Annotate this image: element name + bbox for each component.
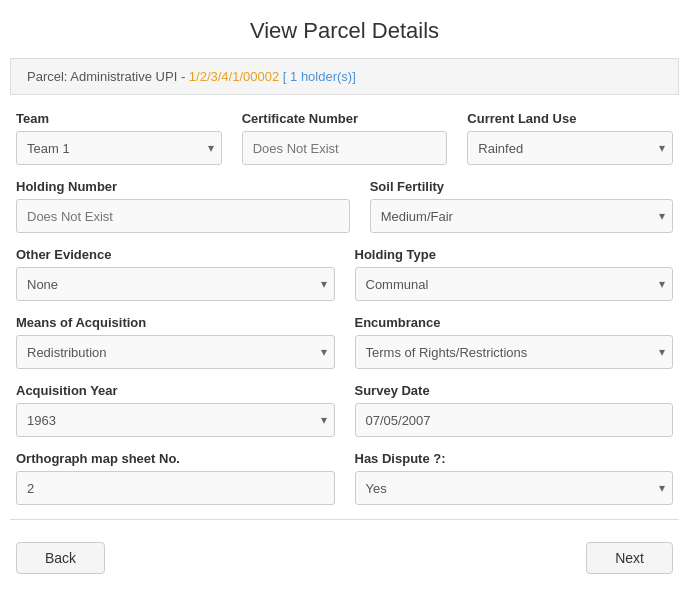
- current-land-use-select[interactable]: Rainfed Irrigated Other: [467, 131, 673, 165]
- team-select-wrapper: Team 1 Team 2 Team 3: [16, 131, 222, 165]
- soil-fertility-group: Soil Fertility Medium/Fair Good Poor: [370, 179, 673, 233]
- orthograph-input[interactable]: [16, 471, 335, 505]
- parcel-info-bar: Parcel: Administrative UPI - 1/2/3/4/1/0…: [10, 58, 679, 95]
- soil-fertility-select[interactable]: Medium/Fair Good Poor: [370, 199, 673, 233]
- page-title: View Parcel Details: [0, 0, 689, 58]
- means-of-acquisition-wrapper: Redistribution Purchase Inheritance: [16, 335, 335, 369]
- current-land-use-group: Current Land Use Rainfed Irrigated Other: [467, 111, 673, 165]
- next-button[interactable]: Next: [586, 542, 673, 574]
- parcel-prefix: Parcel: Administrative UPI -: [27, 69, 189, 84]
- soil-fertility-wrapper: Medium/Fair Good Poor: [370, 199, 673, 233]
- encumbrance-select[interactable]: Terms of Rights/Restrictions None Mortga…: [355, 335, 674, 369]
- survey-date-label: Survey Date: [355, 383, 674, 398]
- holding-type-wrapper: Communal Private State: [355, 267, 674, 301]
- form-row-4: Means of Acquisition Redistribution Purc…: [16, 315, 673, 369]
- form-row-6: Orthograph map sheet No. Has Dispute ?: …: [16, 451, 673, 505]
- means-of-acquisition-select[interactable]: Redistribution Purchase Inheritance: [16, 335, 335, 369]
- holding-number-group: Holding Number: [16, 179, 350, 233]
- certificate-number-label: Certificate Number: [242, 111, 448, 126]
- holding-type-label: Holding Type: [355, 247, 674, 262]
- footer-divider: [10, 519, 679, 520]
- acquisition-year-wrapper: 1963 1964 1965: [16, 403, 335, 437]
- footer-bar: Back Next: [0, 528, 689, 584]
- form-row-5: Acquisition Year 1963 1964 1965 Survey D…: [16, 383, 673, 437]
- parcel-upi: 1/2/3/4/1/00002: [189, 69, 279, 84]
- form-row-3: Other Evidence None Yes Holding Type Com…: [16, 247, 673, 301]
- holding-type-select[interactable]: Communal Private State: [355, 267, 674, 301]
- back-button[interactable]: Back: [16, 542, 105, 574]
- other-evidence-select[interactable]: None Yes: [16, 267, 335, 301]
- current-land-use-label: Current Land Use: [467, 111, 673, 126]
- current-land-use-wrapper: Rainfed Irrigated Other: [467, 131, 673, 165]
- encumbrance-group: Encumbrance Terms of Rights/Restrictions…: [355, 315, 674, 369]
- holding-number-input[interactable]: [16, 199, 350, 233]
- holding-number-label: Holding Number: [16, 179, 350, 194]
- means-of-acquisition-group: Means of Acquisition Redistribution Purc…: [16, 315, 335, 369]
- certificate-number-group: Certificate Number: [242, 111, 448, 165]
- soil-fertility-label: Soil Fertility: [370, 179, 673, 194]
- survey-date-group: Survey Date: [355, 383, 674, 437]
- encumbrance-wrapper: Terms of Rights/Restrictions None Mortga…: [355, 335, 674, 369]
- team-group: Team Team 1 Team 2 Team 3: [16, 111, 222, 165]
- team-label: Team: [16, 111, 222, 126]
- form-row-2: Holding Number Soil Fertility Medium/Fai…: [16, 179, 673, 233]
- acquisition-year-label: Acquisition Year: [16, 383, 335, 398]
- has-dispute-group: Has Dispute ?: Yes No: [355, 451, 674, 505]
- certificate-number-input[interactable]: [242, 131, 448, 165]
- orthograph-group: Orthograph map sheet No.: [16, 451, 335, 505]
- form-row-1: Team Team 1 Team 2 Team 3 Certificate Nu…: [16, 111, 673, 165]
- means-of-acquisition-label: Means of Acquisition: [16, 315, 335, 330]
- survey-date-input[interactable]: [355, 403, 674, 437]
- parcel-holders: [ 1 holder(s)]: [283, 69, 356, 84]
- form-container: Team Team 1 Team 2 Team 3 Certificate Nu…: [0, 111, 689, 505]
- orthograph-label: Orthograph map sheet No.: [16, 451, 335, 466]
- other-evidence-group: Other Evidence None Yes: [16, 247, 335, 301]
- holding-type-group: Holding Type Communal Private State: [355, 247, 674, 301]
- other-evidence-label: Other Evidence: [16, 247, 335, 262]
- acquisition-year-group: Acquisition Year 1963 1964 1965: [16, 383, 335, 437]
- other-evidence-wrapper: None Yes: [16, 267, 335, 301]
- acquisition-year-select[interactable]: 1963 1964 1965: [16, 403, 335, 437]
- encumbrance-label: Encumbrance: [355, 315, 674, 330]
- has-dispute-label: Has Dispute ?:: [355, 451, 674, 466]
- has-dispute-select[interactable]: Yes No: [355, 471, 674, 505]
- has-dispute-wrapper: Yes No: [355, 471, 674, 505]
- team-select[interactable]: Team 1 Team 2 Team 3: [16, 131, 222, 165]
